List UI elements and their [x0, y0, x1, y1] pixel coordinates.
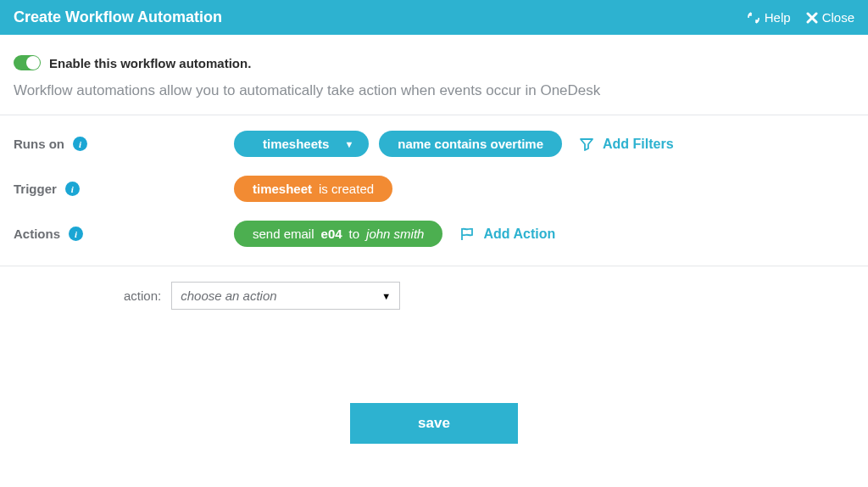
save-button[interactable]: save — [350, 403, 518, 444]
runs-on-controls: timesheets ▼ name contains overtime Add … — [234, 131, 674, 157]
help-button[interactable]: Help — [747, 10, 791, 25]
info-icon[interactable]: i — [65, 182, 80, 196]
save-row: save — [14, 403, 854, 444]
runs-on-label: Runs on — [14, 137, 64, 151]
close-button[interactable]: Close — [806, 10, 854, 25]
close-icon — [806, 12, 818, 24]
actions-label: Actions — [14, 227, 60, 241]
actions-label-col: Actions i — [14, 227, 234, 241]
dialog-body: Enable this workflow automation. Workflo… — [0, 35, 868, 444]
runs-on-type-select[interactable]: timesheets ▼ — [234, 131, 369, 157]
runs-on-filter-pill[interactable]: name contains overtime — [379, 131, 562, 157]
info-icon[interactable]: i — [73, 137, 87, 151]
actions-controls: send email e04 to john smith Add Action — [234, 221, 555, 247]
actions-row: Actions i send email e04 to john smith A… — [14, 221, 854, 247]
add-action-label: Add Action — [483, 227, 555, 242]
action-template: e04 — [321, 227, 342, 241]
action-prefix: send email — [253, 227, 314, 241]
close-label: Close — [822, 10, 854, 25]
action-recipient: john smith — [366, 227, 424, 241]
divider — [0, 115, 868, 115]
new-action-row: action: choose an action ▼ — [124, 282, 854, 310]
enable-row: Enable this workflow automation. — [14, 55, 854, 70]
new-action-label: action: — [124, 288, 161, 303]
header-actions: Help Close — [747, 10, 854, 25]
add-filters-label: Add Filters — [603, 137, 674, 152]
runs-on-label-col: Runs on i — [14, 137, 234, 151]
trigger-label: Trigger — [14, 182, 57, 196]
dialog-header: Create Workflow Automation Help Close — [0, 0, 868, 35]
runs-on-filter-text: name contains overtime — [398, 137, 543, 151]
trigger-label-col: Trigger i — [14, 182, 234, 196]
action-pill[interactable]: send email e04 to john smith — [234, 221, 442, 247]
info-icon[interactable]: i — [69, 227, 83, 241]
action-select[interactable]: choose an action ▼ — [171, 282, 400, 310]
add-filters-button[interactable]: Add Filters — [579, 137, 674, 152]
flag-icon — [459, 227, 475, 242]
trigger-entity: timesheet — [253, 182, 312, 196]
help-icon — [747, 11, 760, 25]
chevron-down-icon: ▼ — [381, 291, 391, 301]
enable-toggle[interactable] — [14, 55, 41, 70]
action-to: to — [349, 227, 360, 241]
trigger-controls: timesheet is created — [234, 176, 392, 202]
divider — [0, 266, 868, 266]
action-select-placeholder: choose an action — [181, 288, 276, 303]
trigger-predicate: is created — [319, 182, 374, 196]
dialog-title: Create Workflow Automation — [14, 8, 222, 26]
add-action-button[interactable]: Add Action — [459, 227, 555, 242]
trigger-pill[interactable]: timesheet is created — [234, 176, 392, 202]
enable-label: Enable this workflow automation. — [49, 56, 251, 70]
help-label: Help — [765, 10, 791, 25]
filter-icon — [579, 137, 594, 152]
workflow-description: Workflow automations allow you to automa… — [14, 82, 854, 99]
chevron-down-icon: ▼ — [344, 139, 353, 149]
runs-on-type-value: timesheets — [263, 137, 329, 151]
trigger-row: Trigger i timesheet is created — [14, 176, 854, 202]
runs-on-row: Runs on i timesheets ▼ name contains ove… — [14, 131, 854, 157]
